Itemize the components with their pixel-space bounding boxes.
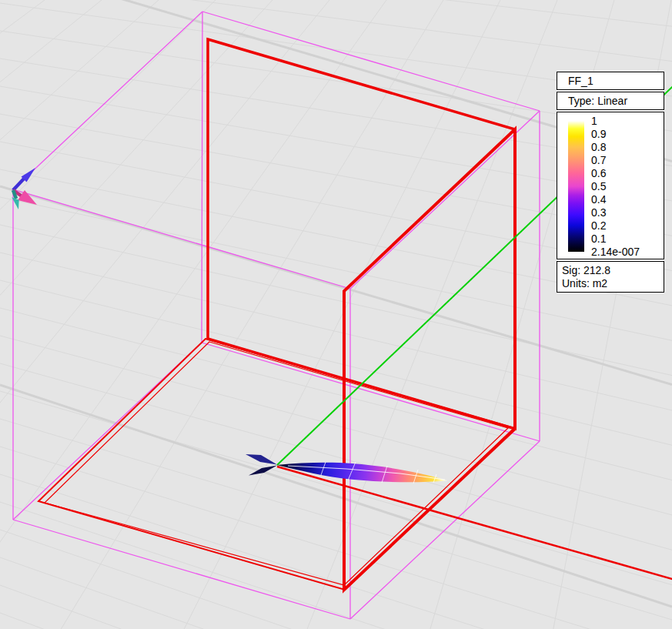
legend-footer: Sig: 212.8 Units: m2 [557,261,664,293]
legend-type-text: Type: Linear [568,95,627,107]
colorbar-ticks: 10.90.80.70.60.50.40.30.20.12.14e-007 [591,112,662,259]
colorbar-tick: 0.8 [591,141,606,154]
legend-units: Units: m2 [562,277,664,290]
colorbar-tick: 0.3 [591,206,606,219]
legend-sig: Sig: 212.8 [562,264,664,277]
application-window: FF_1 Type: Linear 10.90.80.70.60.50.40.3… [0,0,672,629]
colorbar-tick: 0.9 [591,128,606,141]
colorbar-tick: 1 [591,115,597,128]
colorbar-tick: 0.4 [591,193,606,206]
legend-type: Type: Linear [557,92,664,110]
legend-colorbar: 10.90.80.70.60.50.40.30.20.12.14e-007 [557,112,664,259]
colorbar-tick: 0.1 [591,233,606,246]
legend-title-text: FF_1 [568,75,593,87]
colorbar-tick: 0.5 [591,180,606,193]
colorbar-tick: 2.14e-007 [591,246,640,259]
colorbar-tick: 0.2 [591,219,606,233]
colorbar-gradient [568,121,584,252]
farfield-legend-panel: FF_1 Type: Linear 10.90.80.70.60.50.40.3… [557,72,664,293]
colorbar-tick: 0.7 [591,154,606,167]
legend-title: FF_1 [557,72,664,90]
colorbar-tick: 0.6 [591,167,606,180]
